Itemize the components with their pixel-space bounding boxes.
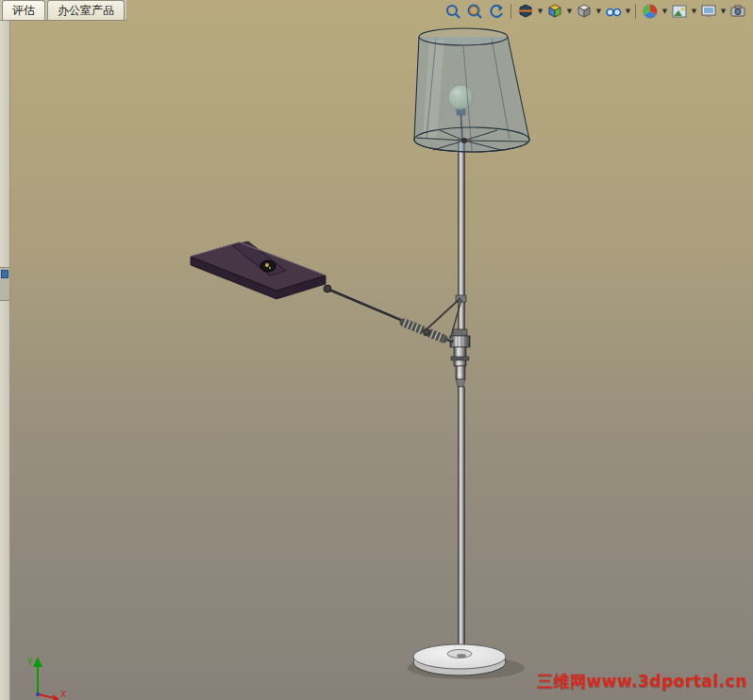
toolbar-separator [635, 4, 636, 19]
watermark-text: 三维网www.3dportal.cn [537, 671, 747, 692]
apply-scene-dropdown-icon[interactable]: ▼ [691, 2, 697, 21]
zoom-to-fit-icon[interactable] [443, 2, 463, 21]
lamp-lower-pole[interactable] [459, 387, 465, 657]
triad-y-label: Y [26, 658, 33, 667]
hide-show-items-icon[interactable] [603, 2, 624, 21]
pole-coupler[interactable] [450, 329, 470, 387]
arm-elbow [324, 285, 331, 292]
section-view-icon[interactable] [515, 2, 536, 21]
panel-grip-icon [1, 270, 8, 278]
lamp-upper-pole[interactable] [459, 140, 465, 334]
edit-appearance-dropdown-icon[interactable]: ▼ [661, 2, 668, 21]
section-view-dropdown-icon[interactable]: ▼ [537, 2, 544, 21]
tab-evaluate[interactable]: 评估 [2, 0, 45, 20]
book-tray[interactable] [191, 242, 326, 299]
panel-grip[interactable] [0, 267, 9, 301]
heads-up-toolbar: ▼ ▼ ▼ ▼ ▼ ▼ ▼ [443, 2, 748, 21]
view-orientation-icon[interactable] [544, 2, 565, 21]
zoom-to-area-icon[interactable] [464, 2, 485, 21]
commandmanager-tabbar: 评估 办公室产品 [0, 0, 126, 21]
triad-x-label: X [60, 690, 66, 699]
hide-show-dropdown-icon[interactable]: ▼ [625, 2, 631, 21]
view-settings-icon[interactable] [698, 2, 719, 21]
floor-lamp-model[interactable]: Y X [0, 0, 753, 700]
reference-triad [33, 657, 59, 700]
view-orientation-dropdown-icon[interactable]: ▼ [566, 2, 573, 21]
lampshade[interactable] [414, 28, 529, 152]
edit-appearance-icon[interactable] [640, 2, 661, 21]
apply-scene-icon[interactable] [669, 2, 690, 21]
display-style-icon[interactable] [574, 2, 594, 21]
shade-hub [461, 138, 467, 143]
left-panel-strip[interactable] [0, 20, 10, 700]
previous-view-icon[interactable] [486, 2, 507, 21]
tab-evaluate-label: 评估 [12, 3, 35, 19]
swing-arm[interactable] [324, 285, 466, 342]
tab-office-products-label: 办公室产品 [58, 3, 114, 19]
display-style-dropdown-icon[interactable]: ▼ [595, 2, 602, 21]
view-settings-dropdown-icon[interactable]: ▼ [720, 2, 727, 21]
toolbar-separator [510, 4, 511, 19]
lamp-base[interactable] [413, 644, 506, 675]
graphics-viewport[interactable]: Y X 三维网www.3dportal.cn [0, 0, 753, 700]
tab-office-products[interactable]: 办公室产品 [47, 0, 125, 20]
camera-icon[interactable] [728, 2, 748, 21]
